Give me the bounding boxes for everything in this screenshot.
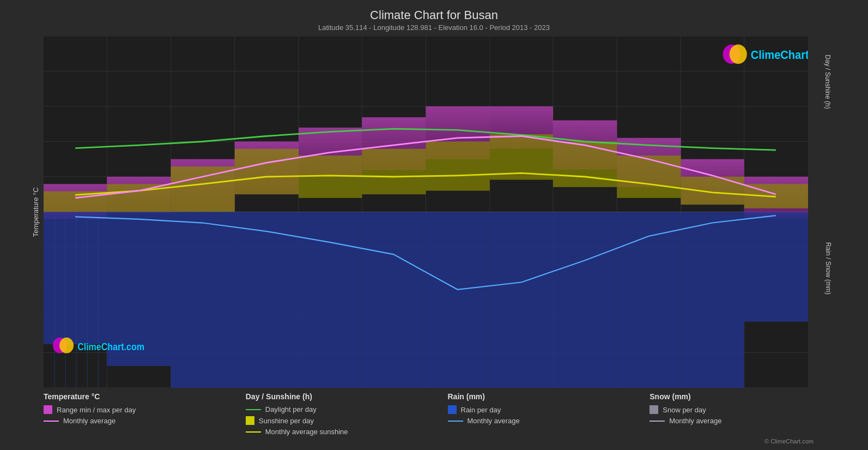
legend-temp-range-swatch <box>44 405 52 414</box>
legend-temp-avg-swatch <box>44 421 59 422</box>
legend-snow-title: Snow (mm) <box>650 392 852 401</box>
chart-subtitle: Latitude 35.114 - Longitude 128.981 - El… <box>11 23 857 32</box>
legend-snow-bar-label: Snow per day <box>663 406 706 414</box>
legend-sunshine-bar-label: Sunshine per day <box>259 417 314 425</box>
legend-snow-avg-swatch <box>650 421 665 422</box>
svg-rect-59 <box>617 212 681 388</box>
legend-snow-avg-label: Monthly average <box>669 417 721 425</box>
legend-area: Temperature °C Range min / max per day M… <box>11 388 857 437</box>
svg-rect-40 <box>171 166 234 212</box>
svg-rect-53 <box>235 212 299 388</box>
svg-text:ClimeChart.com: ClimeChart.com <box>77 341 144 352</box>
svg-rect-61 <box>744 212 808 322</box>
legend-temp-range: Range min / max per day <box>44 405 246 414</box>
svg-rect-48 <box>681 177 744 205</box>
chart-svg: 50 40 30 20 10 0 -10 -20 -30 -40 -50 24 … <box>44 36 808 388</box>
svg-rect-60 <box>681 212 744 388</box>
legend-snow-avg: Monthly average <box>650 417 852 425</box>
legend-sunshine-avg-swatch <box>246 431 261 433</box>
legend-temp-avg-label: Monthly average <box>63 417 116 425</box>
copyright: © ClimeChart.com <box>11 438 857 445</box>
legend-rain-avg-swatch <box>448 421 463 422</box>
legend-rain-avg: Monthly average <box>448 417 650 425</box>
legend-daylight-swatch <box>246 409 261 410</box>
legend-snow-bar: Snow per day <box>650 405 852 414</box>
legend-rain-swatch <box>448 405 457 414</box>
svg-point-101 <box>730 45 747 64</box>
main-container: Climate Chart for Busan Latitude 35.114 … <box>0 0 868 450</box>
svg-rect-58 <box>553 212 617 388</box>
legend-rain-bar: Rain per day <box>448 405 650 414</box>
svg-rect-56 <box>426 212 490 388</box>
legend-snow-swatch <box>650 405 658 414</box>
y-axis-right-rain-label: Rain / Snow (mm) <box>824 242 832 295</box>
legend-sunshine-title: Day / Sunshine (h) <box>246 392 448 401</box>
legend-sunshine-avg-label: Monthly average sunshine <box>265 428 348 436</box>
svg-rect-44 <box>426 142 490 191</box>
legend-sunshine-avg: Monthly average sunshine <box>246 428 448 436</box>
legend-daylight: Daylight per day <box>246 405 448 413</box>
legend-daylight-label: Daylight per day <box>265 405 317 413</box>
legend-rain-title: Rain (mm) <box>448 392 650 401</box>
legend-temp-title: Temperature °C <box>44 392 246 401</box>
legend-sunshine-bar: Sunshine per day <box>246 416 448 425</box>
svg-rect-52 <box>171 212 234 388</box>
svg-rect-47 <box>617 155 681 198</box>
svg-rect-42 <box>299 155 362 198</box>
chart-title: Climate Chart for Busan <box>11 8 857 22</box>
svg-point-104 <box>59 338 74 353</box>
legend-temp-avg: Monthly average <box>44 417 246 425</box>
svg-text:ClimeChart.com: ClimeChart.com <box>751 48 808 61</box>
svg-rect-41 <box>235 149 299 194</box>
svg-rect-43 <box>362 149 426 194</box>
svg-rect-57 <box>490 212 553 388</box>
y-axis-left-label: Temperature °C <box>32 187 40 237</box>
header: Climate Chart for Busan Latitude 35.114 … <box>11 5 857 33</box>
legend-temp-range-label: Range min / max per day <box>57 406 136 414</box>
y-axis-right-sunshine-label: Day / Sunshine (h) <box>823 55 831 109</box>
svg-rect-50 <box>44 212 107 344</box>
legend-sunshine-swatch <box>246 416 254 425</box>
svg-rect-55 <box>362 212 426 388</box>
legend-temperature: Temperature °C Range min / max per day M… <box>44 392 246 436</box>
legend-rain: Rain (mm) Rain per day Monthly average <box>448 392 650 436</box>
legend-snow: Snow (mm) Snow per day Monthly average <box>650 392 852 436</box>
legend-rain-avg-label: Monthly average <box>468 417 520 425</box>
chart-area: Temperature °C <box>11 36 857 388</box>
svg-rect-46 <box>553 142 617 187</box>
legend-rain-bar-label: Rain per day <box>461 406 501 414</box>
legend-sunshine: Day / Sunshine (h) Daylight per day Suns… <box>246 392 448 436</box>
